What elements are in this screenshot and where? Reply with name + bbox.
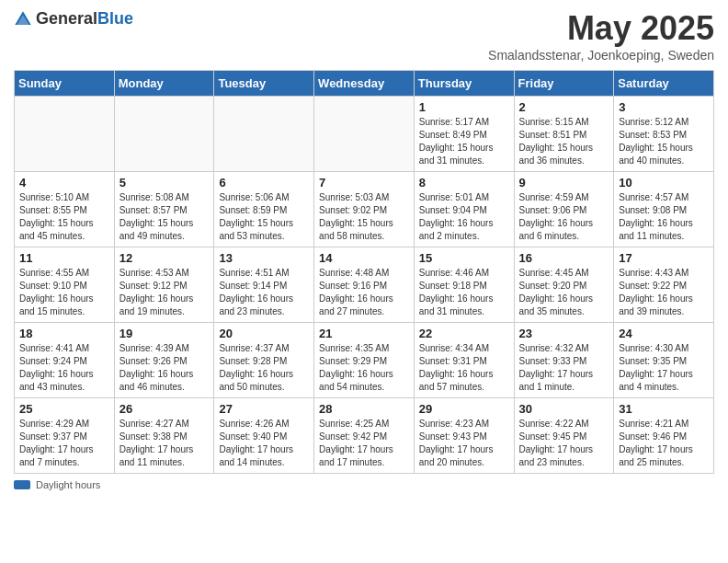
day-number: 17 bbox=[619, 251, 709, 265]
calendar-cell: 19Sunrise: 4:39 AM Sunset: 9:26 PM Dayli… bbox=[114, 323, 214, 398]
day-info: Sunrise: 5:15 AM Sunset: 8:51 PM Dayligh… bbox=[519, 116, 609, 167]
calendar-cell: 2Sunrise: 5:15 AM Sunset: 8:51 PM Daylig… bbox=[514, 97, 614, 172]
calendar-cell: 23Sunrise: 4:32 AM Sunset: 9:33 PM Dayli… bbox=[514, 323, 614, 398]
day-number: 30 bbox=[519, 402, 609, 416]
day-number: 29 bbox=[419, 402, 509, 416]
calendar-cell: 5Sunrise: 5:08 AM Sunset: 8:57 PM Daylig… bbox=[114, 172, 214, 247]
calendar-cell: 7Sunrise: 5:03 AM Sunset: 9:02 PM Daylig… bbox=[314, 172, 415, 247]
calendar-cell: 8Sunrise: 5:01 AM Sunset: 9:04 PM Daylig… bbox=[414, 172, 514, 247]
day-info: Sunrise: 5:01 AM Sunset: 9:04 PM Dayligh… bbox=[419, 191, 509, 243]
day-info: Sunrise: 4:53 AM Sunset: 9:12 PM Dayligh… bbox=[119, 267, 210, 318]
calendar-cell: 31Sunrise: 4:21 AM Sunset: 9:46 PM Dayli… bbox=[614, 398, 714, 474]
day-number: 4 bbox=[19, 176, 109, 190]
calendar-cell bbox=[314, 97, 415, 172]
day-info: Sunrise: 4:46 AM Sunset: 9:18 PM Dayligh… bbox=[419, 267, 509, 318]
day-header-wednesday: Wednesday bbox=[314, 71, 415, 97]
day-info: Sunrise: 4:27 AM Sunset: 9:38 PM Dayligh… bbox=[119, 418, 210, 469]
calendar-cell: 25Sunrise: 4:29 AM Sunset: 9:37 PM Dayli… bbox=[15, 398, 115, 474]
day-info: Sunrise: 4:45 AM Sunset: 9:20 PM Dayligh… bbox=[519, 267, 609, 318]
subtitle: Smalandsstenar, Joenkoeping, Sweden bbox=[488, 48, 714, 63]
day-number: 7 bbox=[319, 176, 409, 190]
calendar-cell bbox=[15, 97, 115, 172]
day-number: 26 bbox=[119, 402, 210, 416]
calendar-week-4: 25Sunrise: 4:29 AM Sunset: 9:37 PM Dayli… bbox=[15, 398, 714, 474]
header: GeneralBlue May 2025 Smalandsstenar, Joe… bbox=[14, 9, 714, 63]
calendar-cell: 30Sunrise: 4:22 AM Sunset: 9:45 PM Dayli… bbox=[514, 398, 614, 474]
calendar-cell: 18Sunrise: 4:41 AM Sunset: 9:24 PM Dayli… bbox=[15, 323, 115, 398]
calendar-week-2: 11Sunrise: 4:55 AM Sunset: 9:10 PM Dayli… bbox=[15, 247, 714, 323]
calendar-cell: 9Sunrise: 4:59 AM Sunset: 9:06 PM Daylig… bbox=[514, 172, 614, 247]
day-info: Sunrise: 4:30 AM Sunset: 9:35 PM Dayligh… bbox=[619, 342, 709, 394]
calendar-cell: 3Sunrise: 5:12 AM Sunset: 8:53 PM Daylig… bbox=[614, 97, 714, 172]
day-number: 1 bbox=[419, 100, 509, 114]
day-info: Sunrise: 4:37 AM Sunset: 9:28 PM Dayligh… bbox=[219, 342, 309, 394]
day-info: Sunrise: 4:34 AM Sunset: 9:31 PM Dayligh… bbox=[419, 342, 509, 394]
calendar-week-1: 4Sunrise: 5:10 AM Sunset: 8:55 PM Daylig… bbox=[15, 172, 714, 247]
day-info: Sunrise: 4:23 AM Sunset: 9:43 PM Dayligh… bbox=[419, 418, 509, 469]
day-info: Sunrise: 4:43 AM Sunset: 9:22 PM Dayligh… bbox=[619, 267, 709, 318]
calendar-cell: 16Sunrise: 4:45 AM Sunset: 9:20 PM Dayli… bbox=[514, 247, 614, 323]
day-number: 3 bbox=[619, 100, 709, 114]
legend-label: Daylight hours bbox=[36, 479, 100, 490]
logo-blue: Blue bbox=[97, 9, 133, 28]
calendar-cell: 12Sunrise: 4:53 AM Sunset: 9:12 PM Dayli… bbox=[114, 247, 214, 323]
calendar-cell: 6Sunrise: 5:06 AM Sunset: 8:59 PM Daylig… bbox=[214, 172, 314, 247]
day-number: 31 bbox=[619, 402, 709, 416]
calendar-cell: 1Sunrise: 5:17 AM Sunset: 8:49 PM Daylig… bbox=[414, 97, 514, 172]
day-info: Sunrise: 4:55 AM Sunset: 9:10 PM Dayligh… bbox=[19, 267, 109, 318]
calendar-cell: 24Sunrise: 4:30 AM Sunset: 9:35 PM Dayli… bbox=[614, 323, 714, 398]
day-info: Sunrise: 4:57 AM Sunset: 9:08 PM Dayligh… bbox=[619, 191, 709, 243]
day-number: 27 bbox=[219, 402, 309, 416]
day-header-thursday: Thursday bbox=[414, 71, 514, 97]
day-number: 11 bbox=[19, 251, 109, 265]
day-info: Sunrise: 4:25 AM Sunset: 9:42 PM Dayligh… bbox=[319, 418, 409, 469]
calendar-cell: 29Sunrise: 4:23 AM Sunset: 9:43 PM Dayli… bbox=[414, 398, 514, 474]
day-header-monday: Monday bbox=[114, 71, 214, 97]
calendar-cell: 28Sunrise: 4:25 AM Sunset: 9:42 PM Dayli… bbox=[314, 398, 415, 474]
day-number: 23 bbox=[519, 327, 609, 340]
day-number: 28 bbox=[319, 402, 409, 416]
day-number: 14 bbox=[319, 251, 409, 265]
day-number: 8 bbox=[419, 176, 509, 190]
calendar: SundayMondayTuesdayWednesdayThursdayFrid… bbox=[14, 70, 714, 474]
day-header-saturday: Saturday bbox=[614, 71, 714, 97]
day-number: 19 bbox=[119, 327, 210, 340]
day-number: 16 bbox=[519, 251, 609, 265]
calendar-week-0: 1Sunrise: 5:17 AM Sunset: 8:49 PM Daylig… bbox=[15, 97, 714, 172]
day-info: Sunrise: 5:06 AM Sunset: 8:59 PM Dayligh… bbox=[219, 191, 309, 243]
day-info: Sunrise: 4:39 AM Sunset: 9:26 PM Dayligh… bbox=[119, 342, 210, 394]
logo-general: General bbox=[36, 9, 97, 28]
logo: GeneralBlue bbox=[14, 9, 133, 29]
legend: Daylight hours bbox=[14, 479, 714, 490]
day-number: 22 bbox=[419, 327, 509, 340]
day-info: Sunrise: 4:48 AM Sunset: 9:16 PM Dayligh… bbox=[319, 267, 409, 318]
calendar-cell: 21Sunrise: 4:35 AM Sunset: 9:29 PM Dayli… bbox=[314, 323, 415, 398]
calendar-cell: 20Sunrise: 4:37 AM Sunset: 9:28 PM Dayli… bbox=[214, 323, 314, 398]
day-number: 18 bbox=[19, 327, 109, 340]
calendar-cell: 13Sunrise: 4:51 AM Sunset: 9:14 PM Dayli… bbox=[214, 247, 314, 323]
legend-bar bbox=[14, 480, 30, 489]
day-header-tuesday: Tuesday bbox=[214, 71, 314, 97]
day-number: 2 bbox=[519, 100, 609, 114]
day-info: Sunrise: 4:32 AM Sunset: 9:33 PM Dayligh… bbox=[519, 342, 609, 394]
day-number: 21 bbox=[319, 327, 409, 340]
day-header-sunday: Sunday bbox=[15, 71, 115, 97]
calendar-header-row: SundayMondayTuesdayWednesdayThursdayFrid… bbox=[15, 71, 714, 97]
day-number: 12 bbox=[119, 251, 210, 265]
logo-icon bbox=[14, 10, 32, 29]
calendar-cell: 14Sunrise: 4:48 AM Sunset: 9:16 PM Dayli… bbox=[314, 247, 415, 323]
day-info: Sunrise: 4:51 AM Sunset: 9:14 PM Dayligh… bbox=[219, 267, 309, 318]
day-info: Sunrise: 5:12 AM Sunset: 8:53 PM Dayligh… bbox=[619, 116, 709, 167]
calendar-cell: 4Sunrise: 5:10 AM Sunset: 8:55 PM Daylig… bbox=[15, 172, 115, 247]
calendar-cell: 10Sunrise: 4:57 AM Sunset: 9:08 PM Dayli… bbox=[614, 172, 714, 247]
calendar-cell: 11Sunrise: 4:55 AM Sunset: 9:10 PM Dayli… bbox=[15, 247, 115, 323]
day-info: Sunrise: 4:22 AM Sunset: 9:45 PM Dayligh… bbox=[519, 418, 609, 469]
calendar-cell bbox=[214, 97, 314, 172]
day-number: 24 bbox=[619, 327, 709, 340]
day-number: 9 bbox=[519, 176, 609, 190]
title-area: May 2025 Smalandsstenar, Joenkoeping, Sw… bbox=[488, 9, 714, 63]
calendar-cell: 15Sunrise: 4:46 AM Sunset: 9:18 PM Dayli… bbox=[414, 247, 514, 323]
calendar-cell: 27Sunrise: 4:26 AM Sunset: 9:40 PM Dayli… bbox=[214, 398, 314, 474]
day-info: Sunrise: 4:35 AM Sunset: 9:29 PM Dayligh… bbox=[319, 342, 409, 394]
day-number: 13 bbox=[219, 251, 309, 265]
